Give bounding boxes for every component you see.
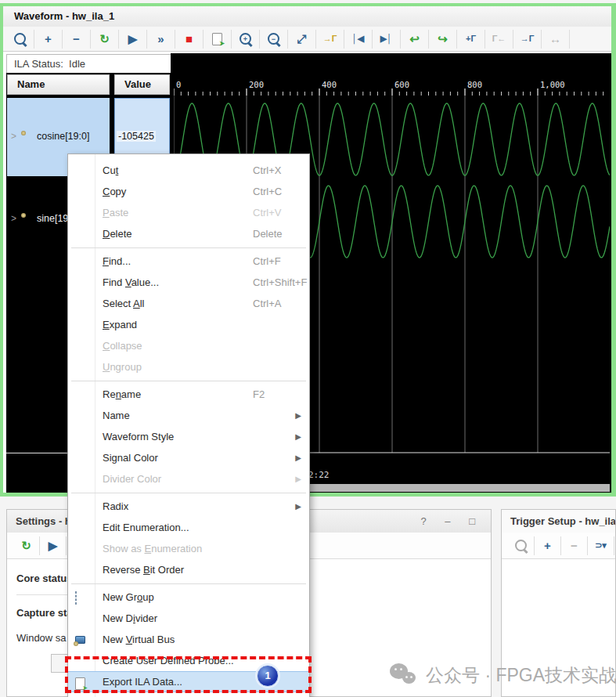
zoom-out-button[interactable]: − — [260, 30, 288, 49]
menu-item-label: Find... — [103, 251, 131, 272]
menu-item-new-group[interactable]: New Group — [68, 587, 309, 608]
search-button[interactable] — [508, 536, 535, 555]
stop-trigger-icon: ■ — [186, 33, 193, 45]
remove-probe-icon: − — [571, 540, 578, 551]
menu-separator — [71, 583, 306, 584]
axis-tick-label: 600 — [394, 80, 409, 89]
submenu-arrow-icon: ▶ — [295, 468, 301, 489]
add-button[interactable]: + — [34, 30, 63, 49]
flipflop-icon: ⊃▾ — [595, 541, 607, 550]
menu-item-delete[interactable]: DeleteDelete — [68, 223, 309, 244]
menu-item-radix[interactable]: Radix▶ — [68, 496, 309, 517]
menu-item-expand[interactable]: Expand — [68, 314, 309, 335]
axis-tick-label: 0 — [176, 80, 181, 89]
menu-item-label: Collapse — [103, 335, 142, 356]
menu-item-shortcut: Ctrl+A — [253, 293, 281, 314]
swap-markers-button: ↔ — [542, 30, 570, 49]
new-group-icon — [75, 591, 77, 605]
stop-trigger-button[interactable]: ■ — [175, 30, 204, 49]
axis-tick-label: 200 — [249, 80, 264, 89]
run-trigger-icon: ▶ — [128, 33, 138, 45]
zoom-fit-button[interactable]: ⤢ — [288, 30, 316, 49]
previous-marker-button: Γ← — [485, 30, 513, 49]
settings-panel-window-controls[interactable]: ? ‒ □ — [420, 515, 483, 527]
zoom-in-icon: + — [240, 33, 251, 45]
menu-item-label: Copy — [103, 181, 126, 202]
menu-item-find-value[interactable]: Find Value...Ctrl+Shift+F — [68, 272, 309, 293]
flipflop-button[interactable]: ⊃▾ — [588, 536, 614, 555]
search-button[interactable] — [6, 30, 34, 49]
trigger-panel-header[interactable]: Trigger Setup - hw_ila_1 — [502, 510, 615, 533]
go-to-start-button[interactable]: │◀ — [344, 30, 373, 49]
ila-status: ILA Status: Idle — [6, 54, 178, 74]
signal-name[interactable]: cosine[19:0] — [37, 131, 89, 142]
swap-markers-icon: ↔ — [549, 33, 561, 45]
axis-tick-label: 400 — [322, 80, 337, 89]
menu-item-select-all[interactable]: Select AllCtrl+A — [68, 293, 309, 314]
next-marker-icon: →Γ — [521, 34, 535, 43]
run-trigger-button[interactable]: ▶ — [40, 536, 67, 555]
waveform-title: Waveform - hw_ila_1 — [14, 10, 114, 22]
run-trigger-button[interactable]: ▶ — [119, 30, 147, 49]
menu-item-label: Divider Color — [103, 468, 161, 489]
wechat-icon — [390, 662, 420, 688]
menu-item-cut[interactable]: CutCtrl+X — [68, 160, 309, 181]
vivado-ila-screen: Waveform - hw_ila_1 +−↻▶»■+−⤢→Γ│◀▶│↩↪+ΓΓ… — [0, 0, 616, 697]
menu-item-waveform-style[interactable]: Waveform Style▶ — [68, 426, 309, 447]
column-header-name[interactable]: Name — [7, 74, 110, 95]
run-trigger-immediate-button[interactable]: » — [147, 30, 175, 49]
column-header-value[interactable]: Value — [114, 74, 170, 95]
run-trigger-immediate-icon: » — [157, 33, 164, 45]
menu-item-find[interactable]: Find...Ctrl+F — [68, 251, 309, 272]
menu-item-rename[interactable]: RenameF2 — [68, 384, 309, 405]
run-trigger-icon: ▶ — [49, 540, 58, 551]
next-marker-button[interactable]: →Γ — [513, 30, 542, 49]
remove-button[interactable]: − — [63, 30, 91, 49]
menu-item-label: Delete — [103, 223, 132, 244]
rerun-trigger-button[interactable]: ↻ — [13, 536, 40, 555]
menu-item-label: Waveform Style — [103, 426, 174, 447]
menu-item-paste: PasteCtrl+V — [68, 202, 309, 223]
export-ila-data-icon — [212, 33, 222, 45]
go-to-end-button[interactable]: ▶│ — [373, 30, 401, 49]
virtual-bus-icon — [75, 636, 85, 644]
submenu-arrow-icon: ▶ — [295, 496, 301, 517]
next-transition-button[interactable]: ↪ — [429, 30, 457, 49]
menu-item-label: Signal Color — [103, 447, 158, 468]
export-ila-data-button[interactable] — [204, 30, 232, 49]
annotation-step-badge: 1 — [257, 665, 279, 687]
previous-transition-button[interactable]: ↩ — [401, 30, 429, 49]
restart-trigger-button[interactable]: ↻ — [91, 30, 119, 49]
go-to-start-icon: │◀ — [352, 34, 364, 43]
signal-value: -105425 — [117, 131, 156, 142]
expand-arrow-icon[interactable]: > — [11, 213, 16, 224]
submenu-arrow-icon: ▶ — [295, 405, 301, 426]
menu-item-shortcut: F2 — [253, 384, 265, 405]
menu-item-name[interactable]: Name▶ — [68, 405, 309, 426]
menu-item-shortcut: Ctrl+X — [253, 160, 281, 181]
go-to-trigger-button[interactable]: →Γ — [316, 30, 344, 49]
menu-item-label: Show as Enumeration — [103, 538, 202, 559]
submenu-arrow-icon: ▶ — [295, 426, 301, 447]
menu-item-shortcut: Ctrl+Shift+F — [253, 272, 307, 293]
menu-item-shortcut: Ctrl+C — [253, 181, 282, 202]
menu-item-show-as-enumeration: Show as Enumeration — [68, 538, 309, 559]
search-icon — [14, 33, 26, 45]
menu-item-edit-enumeration[interactable]: Edit Enumeration... — [68, 517, 309, 538]
watermark-text: 公众号 · FPGA技术实战 — [426, 663, 616, 688]
menu-item-signal-color[interactable]: Signal Color▶ — [68, 447, 309, 468]
previous-transition-icon: ↩ — [409, 33, 420, 45]
zoom-in-button[interactable]: + — [232, 30, 260, 49]
menu-separator — [71, 493, 306, 493]
restart-trigger-icon: ↻ — [99, 33, 110, 45]
menu-item-copy[interactable]: CopyCtrl+C — [68, 181, 309, 202]
add-marker-button[interactable]: +Γ — [457, 30, 485, 49]
add-probe-button[interactable]: + — [535, 536, 561, 555]
menu-item-label: Expand — [103, 314, 137, 335]
menu-item-reverse-bit-order[interactable]: Reverse Bit Order — [68, 559, 309, 580]
menu-item-label: Reverse Bit Order — [103, 559, 184, 580]
menu-item-new-virtual-bus[interactable]: New Virtual Bus — [68, 629, 309, 650]
expand-arrow-icon[interactable]: > — [11, 131, 16, 142]
menu-item-shortcut: Delete — [253, 223, 283, 244]
menu-item-new-divider[interactable]: New Divider — [68, 608, 309, 629]
